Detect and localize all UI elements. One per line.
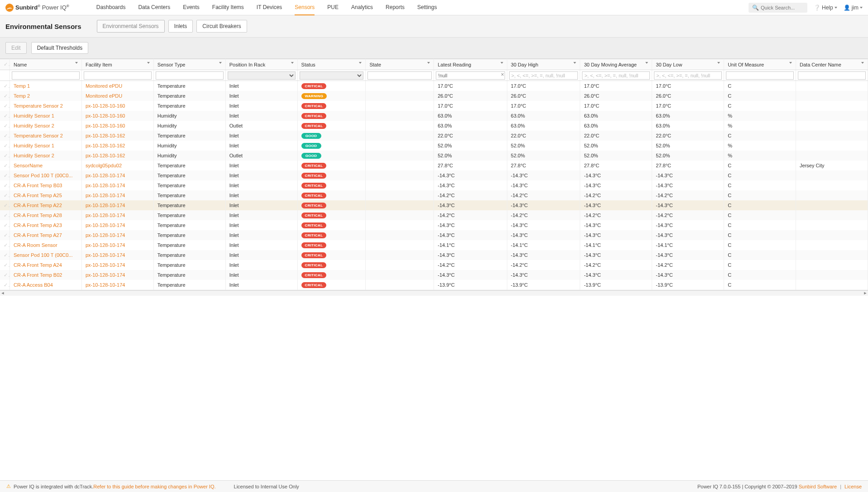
facility-item-link[interactable]: px-10-128-10-174 <box>86 203 125 208</box>
row-checkbox[interactable]: ✓ <box>0 280 10 290</box>
nav-item-settings[interactable]: Settings <box>417 0 437 15</box>
nav-item-dashboards[interactable]: Dashboards <box>96 0 126 15</box>
facility-item-link[interactable]: px-10-128-10-162 <box>86 153 125 158</box>
facility-item-link[interactable]: px-10-128-10-162 <box>86 143 125 148</box>
clear-filter-icon[interactable]: × <box>501 71 504 78</box>
nav-item-reports[interactable]: Reports <box>386 0 405 15</box>
column-header-30-day-high[interactable]: 30 Day High <box>507 59 580 70</box>
tab-environmental-sensors[interactable]: Environmental Sensors <box>97 20 165 33</box>
sensor-name-link[interactable]: CR-A Front Temp A27 <box>14 232 62 238</box>
filter-input-state[interactable] <box>367 71 432 80</box>
facility-item-link[interactable]: px-10-128-10-174 <box>86 213 125 218</box>
facility-item-link[interactable]: px-10-128-10-162 <box>86 133 125 138</box>
filter-input-unit-of-measure[interactable] <box>726 71 794 80</box>
table-row[interactable]: ✓Humidity Sensor 2px-10-128-10-160Humidi… <box>0 121 868 131</box>
column-header-name[interactable]: Name <box>10 59 82 70</box>
facility-item-link[interactable]: px-10-128-10-174 <box>86 272 125 278</box>
filter-select-position-in-rack[interactable] <box>228 71 296 80</box>
row-checkbox[interactable]: ✓ <box>0 250 10 260</box>
select-all-checkbox[interactable]: ✓ <box>0 59 10 70</box>
filter-input-sensor-type[interactable] <box>156 71 224 80</box>
nav-item-data-centers[interactable]: Data Centers <box>138 0 170 15</box>
table-row[interactable]: ✓Sensor Pod 100 T (00C0...px-10-128-10-1… <box>0 250 868 260</box>
facility-item-link[interactable]: px-10-128-10-174 <box>86 232 125 238</box>
tab-inlets[interactable]: Inlets <box>168 20 193 33</box>
row-checkbox[interactable]: ✓ <box>0 101 10 111</box>
row-checkbox[interactable]: ✓ <box>0 180 10 190</box>
sensor-name-link[interactable]: Sensor Pod 100 T (00C0... <box>14 173 72 178</box>
nav-item-facility-items[interactable]: Facility Items <box>212 0 244 15</box>
sensor-name-link[interactable]: CR-A Front Temp A22 <box>14 203 62 208</box>
filter-input-30-day-high[interactable] <box>509 71 578 80</box>
nav-item-analytics[interactable]: Analytics <box>351 0 373 15</box>
column-header-status[interactable]: Status <box>297 59 366 70</box>
table-row[interactable]: ✓Sensor Pod 100 T (00C0...px-10-128-10-1… <box>0 170 868 180</box>
sensor-name-link[interactable]: Humidity Sensor 2 <box>14 123 54 128</box>
sensor-name-link[interactable]: CR-A Access B04 <box>14 282 53 288</box>
table-row[interactable]: ✓CR-A Front Temp A28px-10-128-10-174Temp… <box>0 210 868 220</box>
row-checkbox[interactable]: ✓ <box>0 270 10 280</box>
row-checkbox[interactable]: ✓ <box>0 260 10 270</box>
quick-search[interactable]: 🔍 <box>749 3 807 13</box>
sensor-name-link[interactable]: Humidity Sensor 1 <box>14 113 54 118</box>
facility-item-link[interactable]: px-10-128-10-174 <box>86 282 125 288</box>
column-header-30-day-moving-average[interactable]: 30 Day Moving Average <box>580 59 652 70</box>
tab-circuit-breakers[interactable]: Circuit Breakers <box>196 20 247 33</box>
column-header-sensor-type[interactable]: Sensor Type <box>153 59 225 70</box>
filter-input-name[interactable] <box>12 71 80 80</box>
table-row[interactable]: ✓CR-A Front Temp B02px-10-128-10-174Temp… <box>0 270 868 280</box>
facility-item-link[interactable]: px-10-128-10-174 <box>86 193 125 198</box>
horizontal-scrollbar[interactable]: ◄ ► <box>0 290 868 296</box>
table-row[interactable]: ✓CR-A Front Temp A24px-10-128-10-174Temp… <box>0 260 868 270</box>
sensor-name-link[interactable]: SensorName <box>14 163 43 168</box>
sensor-name-link[interactable]: CR-A Front Temp B03 <box>14 183 62 188</box>
facility-item-link[interactable]: px-10-128-10-174 <box>86 222 125 228</box>
column-header-facility-item[interactable]: Facility Item <box>81 59 153 70</box>
table-row[interactable]: ✓SensorNamesydcolg05pdu02TemperatureInle… <box>0 161 868 170</box>
row-checkbox[interactable]: ✓ <box>0 190 10 200</box>
facility-item-link[interactable]: px-10-128-10-160 <box>86 123 125 128</box>
table-row[interactable]: ✓CR-A Access B04px-10-128-10-174Temperat… <box>0 280 868 290</box>
row-checkbox[interactable]: ✓ <box>0 141 10 151</box>
scroll-left-icon[interactable]: ◄ <box>0 291 5 296</box>
row-checkbox[interactable]: ✓ <box>0 111 10 121</box>
filter-input-data-center-name[interactable] <box>798 71 866 80</box>
row-checkbox[interactable]: ✓ <box>0 151 10 161</box>
user-menu[interactable]: 👤 jim <box>844 5 863 11</box>
sensor-name-link[interactable]: CR-A Front Temp A28 <box>14 213 62 218</box>
nav-item-events[interactable]: Events <box>183 0 200 15</box>
sensor-name-link[interactable]: CR-A Front Temp A23 <box>14 222 62 228</box>
table-row[interactable]: ✓Humidity Sensor 1px-10-128-10-162Humidi… <box>0 141 868 151</box>
scroll-right-icon[interactable]: ► <box>863 291 868 296</box>
column-header-unit-of-measure[interactable]: Unit Of Measure <box>724 59 796 70</box>
facility-item-link[interactable]: px-10-128-10-174 <box>86 252 125 258</box>
sensor-name-link[interactable]: Temp 1 <box>14 83 30 89</box>
table-row[interactable]: ✓Temperature Sensor 2px-10-128-10-162Tem… <box>0 131 868 141</box>
row-checkbox[interactable]: ✓ <box>0 81 10 91</box>
table-row[interactable]: ✓Temperature Sensor 2px-10-128-10-160Tem… <box>0 101 868 111</box>
column-header-position-in-rack[interactable]: Position In Rack <box>225 59 297 70</box>
sensor-name-link[interactable]: CR-A Room Sensor <box>14 242 57 248</box>
facility-item-link[interactable]: px-10-128-10-174 <box>86 173 125 178</box>
brand-logo[interactable]: Sunbird® Power IQ® <box>5 4 69 12</box>
filter-input-30-day-low[interactable] <box>654 71 722 80</box>
sensor-name-link[interactable]: Temp 2 <box>14 93 30 99</box>
row-checkbox[interactable]: ✓ <box>0 200 10 210</box>
facility-item-link[interactable]: Monitored ePDU <box>86 83 122 89</box>
filter-select-status[interactable] <box>300 71 364 80</box>
row-checkbox[interactable]: ✓ <box>0 210 10 220</box>
sensor-name-link[interactable]: Humidity Sensor 1 <box>14 143 54 148</box>
filter-input-30-day-moving-average[interactable] <box>582 71 650 80</box>
table-row[interactable]: ✓CR-A Front Temp A23px-10-128-10-174Temp… <box>0 220 868 230</box>
sensor-name-link[interactable]: CR-A Front Temp A25 <box>14 193 62 198</box>
row-checkbox[interactable]: ✓ <box>0 230 10 240</box>
table-row[interactable]: ✓Humidity Sensor 1px-10-128-10-160Humidi… <box>0 111 868 121</box>
search-input[interactable] <box>761 5 804 10</box>
row-checkbox[interactable]: ✓ <box>0 121 10 131</box>
sensor-name-link[interactable]: Temperature Sensor 2 <box>14 103 63 109</box>
row-checkbox[interactable]: ✓ <box>0 220 10 230</box>
row-checkbox[interactable]: ✓ <box>0 91 10 101</box>
table-row[interactable]: ✓CR-A Front Temp A25px-10-128-10-174Temp… <box>0 190 868 200</box>
nav-item-sensors[interactable]: Sensors <box>295 0 315 15</box>
row-checkbox[interactable]: ✓ <box>0 170 10 180</box>
